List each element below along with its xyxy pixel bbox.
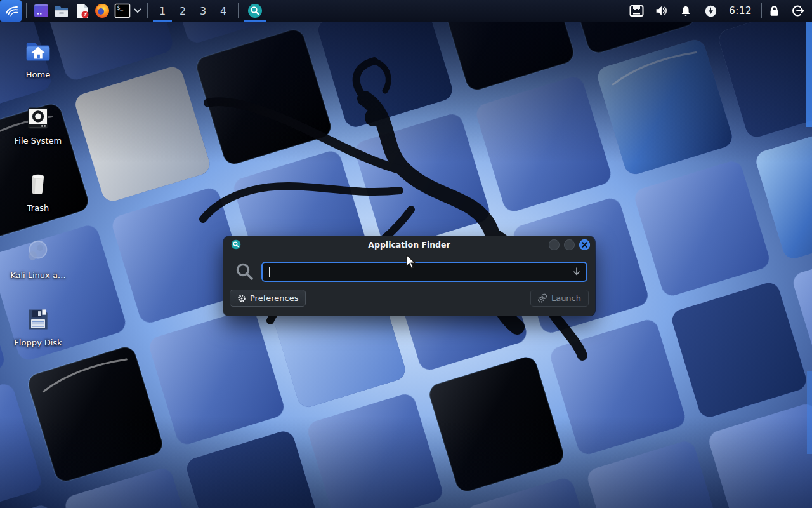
application-finder-window: Application Finder — [223, 236, 595, 316]
panel-actions — [766, 3, 806, 18]
network-port-tray[interactable] — [629, 3, 644, 18]
volume-icon — [654, 4, 668, 18]
desktop-icon-label: File System — [8, 136, 69, 145]
search-icon — [235, 262, 255, 282]
workspace-2[interactable]: 2 — [173, 0, 193, 22]
launcher-terminal[interactable]: $_ — [112, 0, 133, 22]
launcher-text-editor[interactable] — [72, 0, 92, 22]
search-input[interactable] — [261, 262, 587, 282]
hard-disk-icon — [25, 105, 51, 131]
kali-dragon-icon — [3, 3, 19, 19]
top-panel: $_ 1 2 3 4 — [0, 0, 812, 22]
home-folder-icon — [23, 36, 53, 65]
preferences-button[interactable]: Preferences — [230, 290, 306, 307]
bell-icon — [679, 4, 692, 18]
workspace-label: 4 — [220, 5, 226, 17]
gear-icon — [237, 294, 246, 303]
panel-separator — [26, 3, 27, 18]
file-manager-icon — [53, 3, 70, 19]
workspace-4[interactable]: 4 — [213, 0, 233, 22]
system-tray: 6:12 — [629, 3, 753, 18]
maximize-button[interactable] — [564, 239, 575, 250]
panel-separator — [147, 3, 148, 18]
launch-button[interactable]: Launch — [530, 290, 589, 307]
application-finder-icon — [231, 239, 241, 250]
svg-text:$_: $_ — [117, 5, 124, 11]
power-manager-tray[interactable] — [703, 3, 718, 18]
chevron-down-icon — [134, 8, 141, 13]
text-editor-icon — [74, 3, 90, 19]
application-finder-task-icon — [247, 3, 263, 18]
lock-icon — [768, 4, 780, 18]
desktop-icon-floppy-disk[interactable]: Floppy Disk — [8, 303, 69, 347]
launch-label: Launch — [551, 293, 581, 303]
desktop-icon-label: Kali Linux a… — [8, 271, 69, 280]
close-icon — [582, 242, 587, 248]
titlebar[interactable]: Application Finder — [223, 236, 595, 253]
desktop-icon-label: Home — [8, 70, 69, 79]
launcher-file-manager[interactable] — [51, 0, 72, 22]
window-app-icon — [33, 3, 49, 19]
notifications-tray[interactable] — [678, 3, 693, 18]
desktop-screen: $_ 1 2 3 4 — [0, 0, 812, 508]
button-row: Preferences Launch — [223, 290, 595, 307]
preferences-label: Preferences — [250, 293, 298, 303]
desktop-icon-trash[interactable]: Trash — [8, 168, 69, 213]
firefox-icon — [94, 3, 110, 19]
minimize-button[interactable] — [549, 239, 560, 250]
logout-icon — [791, 4, 805, 18]
network-port-icon — [629, 4, 644, 17]
applications-menu-button[interactable] — [0, 0, 22, 22]
history-dropdown-arrow-icon[interactable] — [571, 266, 582, 277]
desktop-icon-label: Trash — [8, 203, 69, 213]
desktop-icon-file-system[interactable]: File System — [8, 101, 69, 145]
panel-separator — [238, 3, 239, 18]
desktop-icon-label: Floppy Disk — [8, 338, 69, 347]
close-button[interactable] — [579, 239, 590, 250]
lock-screen-button[interactable] — [766, 3, 782, 18]
panel-clock[interactable]: 6:12 — [728, 5, 753, 17]
trash-icon — [24, 171, 52, 199]
terminal-icon: $_ — [114, 3, 131, 18]
panel-separator — [761, 3, 762, 18]
window-title: Application Finder — [223, 236, 595, 253]
tasklist-application-finder[interactable] — [243, 0, 267, 22]
workspace-label: 3 — [200, 5, 206, 17]
power-manager-icon — [704, 4, 717, 18]
window-controls — [549, 239, 590, 250]
text-caret — [269, 267, 270, 277]
volume-tray[interactable] — [653, 3, 669, 18]
workspace-1[interactable]: 1 — [152, 0, 173, 22]
terminal-dropdown-chevron[interactable] — [133, 0, 143, 22]
workspace-3[interactable]: 3 — [193, 0, 213, 22]
workspace-label: 2 — [180, 5, 186, 17]
search-input-wrap — [261, 262, 587, 282]
workspace-label: 1 — [159, 5, 166, 17]
desktop-icon-kali-linux[interactable]: Kali Linux a… — [8, 236, 69, 280]
faded-shortcut-icon — [23, 237, 53, 266]
mouse-cursor — [406, 255, 420, 270]
floppy-disk-icon — [24, 305, 52, 333]
launcher-firefox[interactable] — [92, 0, 112, 22]
launcher-window-app[interactable] — [31, 0, 51, 22]
desktop-icon-home[interactable]: Home — [8, 35, 69, 79]
launch-gears-icon — [538, 293, 547, 303]
logout-button[interactable] — [790, 3, 806, 18]
